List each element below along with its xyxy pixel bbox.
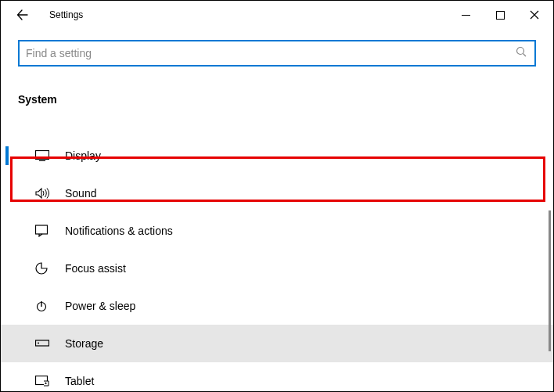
nav-item-power-sleep[interactable]: Power & sleep [1, 287, 553, 325]
svg-rect-0 [496, 11, 504, 19]
search-input[interactable] [18, 40, 536, 67]
maximize-button[interactable] [483, 3, 517, 27]
arrow-left-icon [16, 9, 29, 21]
annotation-highlight [10, 156, 545, 202]
nav-item-label: Storage [65, 337, 103, 350]
nav-item-storage[interactable]: Storage [1, 325, 553, 362]
storage-icon [35, 340, 56, 347]
nav-item-label: Power & sleep [65, 300, 135, 312]
power-icon [35, 300, 56, 312]
nav-item-label: Notifications & actions [65, 225, 173, 237]
svg-point-6 [38, 343, 39, 344]
titlebar: Settings [1, 1, 553, 29]
close-button[interactable] [517, 3, 552, 27]
scrollbar[interactable] [549, 210, 551, 351]
back-button[interactable] [12, 4, 34, 26]
nav-item-notifications[interactable]: Notifications & actions [1, 212, 553, 250]
minimize-icon [462, 11, 470, 20]
minimize-button[interactable] [448, 3, 483, 27]
tablet-icon [35, 376, 56, 387]
nav-item-label: Tablet [65, 375, 94, 387]
nav-item-focus-assist[interactable]: Focus assist [1, 250, 553, 287]
section-heading: System [1, 71, 553, 113]
nav-item-tablet[interactable]: Tablet [1, 362, 553, 392]
focus-assist-icon [35, 262, 56, 275]
nav-item-label: Focus assist [65, 262, 126, 275]
window-title: Settings [49, 9, 83, 20]
svg-rect-3 [36, 225, 48, 234]
notifications-icon [35, 225, 56, 237]
close-icon [530, 10, 539, 20]
maximize-icon [496, 11, 505, 20]
